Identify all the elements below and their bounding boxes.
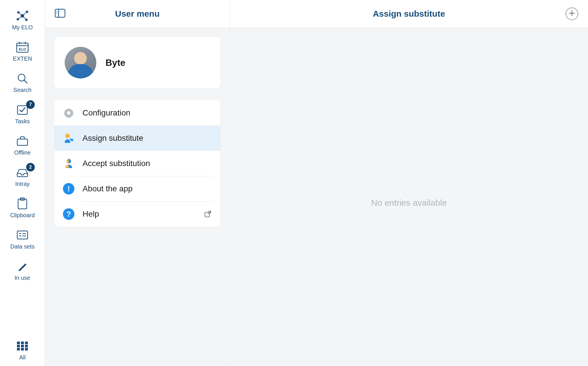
detail-header: Assign substitute (230, 0, 588, 28)
svg-line-6 (22, 12, 27, 16)
user-name: Byte (105, 57, 125, 68)
menu-item-assign-substitute[interactable]: Assign substitute (54, 126, 220, 151)
avatar (65, 47, 96, 78)
search-icon (15, 72, 30, 85)
detail-title: Assign substitute (373, 9, 445, 19)
panel-toggle-button[interactable] (53, 7, 67, 21)
svg-rect-26 (21, 342, 24, 344)
rail-label: Tasks (15, 118, 30, 125)
svg-point-40 (65, 134, 70, 138)
svg-line-5 (18, 12, 22, 16)
rail-item-intray[interactable]: 2 Intray (0, 161, 45, 192)
rail-label: My ELO (12, 24, 33, 31)
svg-line-15 (24, 80, 27, 83)
rail-label: In use (15, 275, 30, 281)
svg-rect-28 (17, 345, 20, 347)
rail-item-myelo[interactable]: My ELO (0, 4, 45, 35)
rail-label: Intray (15, 181, 30, 187)
svg-line-7 (18, 16, 22, 19)
menu-item-about[interactable]: ! About the app (54, 176, 220, 201)
rail-item-inuse[interactable]: In use (0, 255, 45, 286)
clipboard-icon (15, 197, 30, 210)
rail-item-all[interactable]: All (0, 334, 45, 366)
menu-item-label: Configuration (82, 108, 130, 117)
gear-icon (62, 107, 75, 119)
empty-state-message: No entries available (239, 198, 579, 208)
rail-label: Search (13, 87, 31, 93)
svg-point-37 (57, 13, 57, 14)
calendar-elo-icon: ELO (15, 41, 30, 54)
rail-item-datasets[interactable]: Data sets (0, 223, 45, 255)
rail-label: EXTEN (13, 55, 32, 62)
svg-rect-33 (25, 348, 28, 350)
menu-item-label: About the app (82, 184, 132, 193)
grid-icon (15, 339, 30, 352)
person-split-icon (62, 157, 75, 170)
menu-item-help[interactable]: ? Help (54, 201, 220, 227)
svg-rect-32 (21, 348, 24, 350)
pencil-icon (15, 260, 30, 273)
detail-column: Assign substitute No entries available (230, 0, 588, 366)
plus-icon (569, 10, 575, 18)
inbox-icon: 2 (15, 166, 30, 179)
tasks-badge: 7 (26, 100, 35, 109)
rail-label: Clipboard (10, 212, 35, 219)
svg-point-39 (67, 111, 70, 115)
user-wrench-icon (62, 132, 75, 145)
menu-item-accept-substitution[interactable]: Accept substitution (54, 151, 220, 176)
rail-item-search[interactable]: Search (0, 67, 45, 98)
rail-item-tasks[interactable]: 7 Tasks (0, 98, 45, 129)
svg-rect-29 (21, 345, 24, 347)
briefcase-icon (15, 134, 30, 148)
add-button[interactable] (566, 7, 578, 20)
svg-rect-17 (17, 139, 28, 145)
user-menu-header: User menu (45, 0, 230, 28)
user-menu-list: Configuration Assign substitute Accept s… (54, 100, 220, 227)
network-icon (15, 9, 30, 22)
svg-rect-31 (17, 348, 20, 350)
svg-line-8 (22, 16, 26, 20)
svg-rect-30 (25, 345, 28, 347)
nav-rail: My ELO ELO EXTEN Search 7 Tasks Offline … (0, 0, 45, 366)
intray-badge: 2 (26, 163, 35, 172)
menu-item-label: Accept substitution (82, 159, 150, 168)
rail-label: All (19, 354, 26, 361)
form-icon (15, 228, 30, 242)
external-link-icon (203, 209, 212, 219)
svg-rect-20 (17, 231, 28, 239)
help-icon: ? (62, 208, 75, 220)
rail-label: Data sets (10, 243, 34, 250)
menu-item-label: Assign substitute (82, 134, 143, 143)
rail-item-clipboard[interactable]: Clipboard (0, 192, 45, 223)
user-card[interactable]: Byte (54, 37, 220, 88)
user-menu-column: User menu Byte Configuration Assign subs… (45, 0, 230, 366)
panel-icon (54, 8, 66, 20)
svg-rect-25 (17, 342, 20, 344)
svg-text:ELO: ELO (19, 47, 26, 51)
menu-item-configuration[interactable]: Configuration (54, 100, 220, 126)
detail-body: No entries available (230, 28, 588, 366)
rail-item-exten[interactable]: ELO EXTEN (0, 35, 45, 67)
info-icon: ! (62, 182, 75, 195)
svg-point-36 (57, 11, 57, 12)
menu-item-label: Help (82, 209, 99, 219)
svg-point-41 (71, 139, 73, 141)
svg-rect-27 (25, 342, 28, 344)
rail-item-offline[interactable]: Offline (0, 129, 45, 161)
svg-rect-16 (18, 106, 27, 114)
checkbox-icon: 7 (15, 103, 30, 116)
rail-label: Offline (14, 149, 30, 156)
user-menu-title: User menu (115, 9, 160, 19)
